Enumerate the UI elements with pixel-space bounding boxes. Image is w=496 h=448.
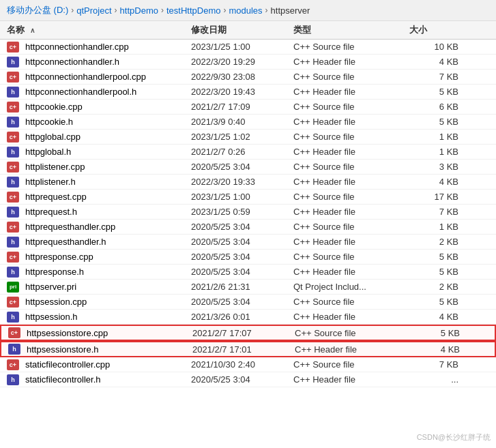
file-date: 2021/2/6 21:31 — [191, 282, 293, 292]
file-size: 10 KB — [409, 42, 464, 52]
file-type: C++ Source file — [293, 297, 409, 307]
file-name-col: c+httpresponse.cpp — [7, 252, 191, 263]
file-date: 2021/10/30 2:40 — [191, 359, 293, 370]
col-date-header[interactable]: 修改日期 — [191, 24, 293, 36]
table-row[interactable]: hhttprequest.h2023/1/25 0:59C++ Header f… — [0, 205, 496, 220]
table-row[interactable]: c+httpconnectionhandlerpool.cpp2022/9/30… — [0, 70, 496, 85]
file-type: C++ Source file — [293, 222, 409, 232]
file-name: httpsession.cpp — [25, 297, 191, 307]
breadcrumb-modules[interactable]: modules — [229, 5, 262, 16]
table-row[interactable]: c+httplistener.cpp2020/5/25 3:04C++ Sour… — [0, 160, 496, 175]
cpp-icon: c+ — [7, 42, 19, 53]
table-row[interactable]: c+httpsession.cpp2020/5/25 3:04C++ Sourc… — [0, 295, 496, 310]
table-row[interactable]: hhttprequesthandler.h2020/5/25 3:04C++ H… — [0, 235, 496, 250]
cpp-icon: c+ — [7, 132, 19, 143]
file-name-col: c+httprequesthandler.cpp — [7, 222, 191, 233]
file-name: staticfilecontroller.h — [25, 374, 191, 385]
col-name-header[interactable]: 名称 ∧ — [7, 24, 191, 36]
h-icon: h — [7, 57, 19, 68]
file-name-col: c+staticfilecontroller.cpp — [7, 359, 191, 370]
table-row[interactable]: c+staticfilecontroller.cpp2021/10/30 2:4… — [0, 357, 496, 372]
file-size: 2 KB — [409, 237, 464, 247]
file-name: httpcookie.h — [25, 117, 191, 127]
file-name: httpsessionstore.cpp — [27, 328, 192, 338]
file-name-col: hhttprequest.h — [7, 207, 191, 218]
table-row[interactable]: hhttpresponse.h2020/5/25 3:04C++ Header … — [0, 265, 496, 280]
h-icon: h — [7, 177, 19, 188]
file-date: 2023/1/25 0:59 — [191, 207, 293, 217]
breadcrumb-httpserver: httpserver — [271, 5, 310, 16]
file-name: httpresponse.cpp — [25, 252, 191, 262]
file-size: 5 KB — [409, 87, 464, 97]
watermark: CSDN@长沙红胖子统 — [417, 432, 491, 443]
breadcrumb-sep-4: › — [265, 5, 268, 15]
table-row[interactable]: hhttpglobal.h2021/2/7 0:26C++ Header fil… — [0, 145, 496, 160]
file-name: httpglobal.cpp — [25, 132, 191, 142]
file-name: httpconnectionhandlerpool.cpp — [25, 72, 191, 82]
table-row[interactable]: c+httprequest.cpp2023/1/25 1:00C++ Sourc… — [0, 190, 496, 205]
table-row[interactable]: c+httpconnectionhandler.cpp2023/1/25 1:0… — [0, 40, 496, 55]
file-date: 2020/5/25 3:04 — [191, 252, 293, 262]
file-size: 5 KB — [409, 297, 464, 307]
file-date: 2020/5/25 3:04 — [191, 237, 293, 247]
file-date: 2023/1/25 1:00 — [191, 42, 293, 52]
table-row[interactable]: c+httpglobal.cpp2023/1/25 1:02C++ Source… — [0, 130, 496, 145]
table-row[interactable]: hhttpcookie.h2021/3/9 0:40C++ Header fil… — [0, 115, 496, 130]
file-name-col: hhttpresponse.h — [7, 267, 191, 278]
file-type: C++ Header file — [293, 237, 409, 247]
col-type-header[interactable]: 类型 — [293, 24, 409, 36]
table-row[interactable]: c+httpresponse.cpp2020/5/25 3:04C++ Sour… — [0, 250, 496, 265]
h-icon: h — [7, 87, 19, 98]
file-name-col: prihttpserver.pri — [7, 282, 191, 293]
table-row[interactable]: hhttpconnectionhandler.h2022/3/20 19:29C… — [0, 55, 496, 70]
file-date: 2021/3/26 0:01 — [191, 312, 293, 322]
file-type: C++ Header file — [293, 312, 409, 322]
cpp-icon: c+ — [7, 222, 19, 233]
breadcrumb-qtproject[interactable]: qtProject — [76, 5, 111, 16]
file-name-col: c+httpsessionstore.cpp — [8, 327, 192, 338]
file-name: httpresponse.h — [25, 267, 191, 277]
table-row[interactable]: c+httpsessionstore.cpp2021/2/7 17:07C++ … — [0, 325, 496, 341]
file-name: httpglobal.h — [25, 147, 191, 157]
file-date: 2020/5/25 3:04 — [191, 374, 293, 385]
file-date: 2020/5/25 3:04 — [191, 222, 293, 232]
breadcrumb-testhttpdemo[interactable]: testHttpDemo — [166, 5, 220, 16]
table-row[interactable]: hhttpsessionstore.h2021/2/7 17:01C++ Hea… — [0, 341, 496, 357]
file-size: 7 KB — [409, 207, 464, 217]
table-row[interactable]: hhttpsession.h2021/3/26 0:01C++ Header f… — [0, 310, 496, 325]
file-date: 2021/2/7 17:01 — [192, 344, 295, 355]
cpp-icon: c+ — [7, 72, 19, 83]
col-size-header[interactable]: 大小 — [409, 24, 464, 36]
file-date: 2021/2/7 17:07 — [192, 328, 295, 338]
table-row[interactable]: prihttpserver.pri2021/2/6 21:31Qt Projec… — [0, 280, 496, 295]
sort-arrow-icon: ∧ — [30, 27, 35, 34]
table-row[interactable]: hstaticfilecontroller.h2020/5/25 3:04C++… — [0, 372, 496, 387]
file-type: C++ Source file — [293, 72, 409, 82]
file-size: 4 KB — [411, 344, 465, 355]
breadcrumb-sep-1: › — [115, 5, 117, 15]
file-date: 2022/3/20 19:29 — [191, 57, 293, 67]
file-name-col: c+httpglobal.cpp — [7, 132, 191, 143]
table-row[interactable]: c+httprequesthandler.cpp2020/5/25 3:04C+… — [0, 220, 496, 235]
file-name-col: c+httplistener.cpp — [7, 162, 191, 173]
file-type: C++ Header file — [293, 267, 409, 277]
breadcrumb-drive[interactable]: 移动办公盘 (D:) — [7, 4, 68, 16]
table-row[interactable]: c+httpcookie.cpp2021/2/7 17:09C++ Source… — [0, 100, 496, 115]
file-size: 1 KB — [409, 147, 464, 157]
file-date: 2022/3/20 19:33 — [191, 177, 293, 187]
cpp-icon: c+ — [7, 102, 19, 113]
breadcrumb-httpdemo[interactable]: httpDemo — [120, 5, 158, 16]
file-type: C++ Header file — [293, 177, 409, 187]
table-row[interactable]: hhttpconnectionhandlerpool.h2022/3/20 19… — [0, 85, 496, 100]
file-size: 5 KB — [409, 267, 464, 277]
file-name-col: hhttpsessionstore.h — [8, 344, 192, 355]
table-row[interactable]: hhttplistener.h2022/3/20 19:33C++ Header… — [0, 175, 496, 190]
file-name: httpcookie.cpp — [25, 102, 191, 112]
pri-icon: pri — [7, 282, 19, 293]
file-type: Qt Project Includ... — [293, 282, 409, 292]
file-name-col: hstaticfilecontroller.h — [7, 374, 191, 385]
file-size: 1 KB — [409, 222, 464, 232]
h-icon: h — [7, 312, 19, 323]
file-type: C++ Header file — [295, 344, 411, 355]
file-type: C++ Source file — [293, 162, 409, 172]
